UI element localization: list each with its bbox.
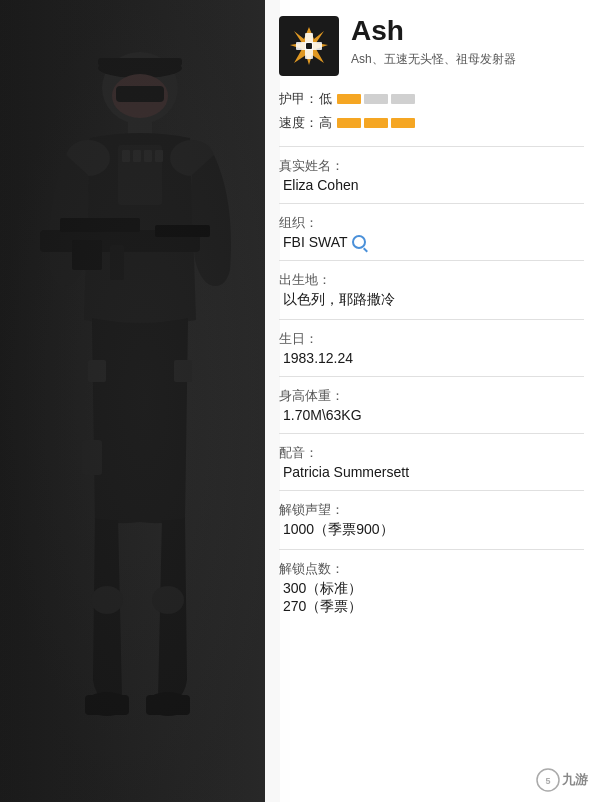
- birthplace-value: 以色列，耶路撒冷: [279, 291, 584, 309]
- watermark: 5 九游: [536, 768, 588, 792]
- watermark-logo-icon: 5: [536, 768, 560, 792]
- speed-value: 高: [319, 114, 337, 132]
- physique-value: 1.70M\63KG: [279, 407, 584, 423]
- divider-8: [279, 549, 584, 550]
- real-name-value: Eliza Cohen: [279, 177, 584, 193]
- operator-name: Ash: [351, 16, 516, 47]
- birthplace-block: 出生地： 以色列，耶路撒冷: [279, 271, 584, 309]
- org-search-icon[interactable]: [352, 235, 366, 249]
- speed-bar-3: [391, 118, 415, 128]
- speed-label: 速度：: [279, 114, 319, 132]
- voice-value: Patricia Summersett: [279, 464, 584, 480]
- info-panel: Ash Ash、五速无头怪、祖母发射器 护甲： 低 速度： 高: [265, 0, 598, 802]
- real-name-block: 真实姓名： Eliza Cohen: [279, 157, 584, 193]
- divider-1: [279, 146, 584, 147]
- divider-7: [279, 490, 584, 491]
- character-image: [0, 0, 290, 802]
- physique-label: 身高体重：: [279, 387, 584, 405]
- voice-label: 配音：: [279, 444, 584, 462]
- unlock-rep-label: 解锁声望：: [279, 501, 584, 519]
- divider-6: [279, 433, 584, 434]
- physique-block: 身高体重： 1.70M\63KG: [279, 387, 584, 423]
- armor-value: 低: [319, 90, 337, 108]
- unlock-rep-block: 解锁声望： 1000（季票900）: [279, 501, 584, 539]
- birthday-value: 1983.12.24: [279, 350, 584, 366]
- operator-name-block: Ash Ash、五速无头怪、祖母发射器: [351, 16, 516, 68]
- unlock-pts-label: 解锁点数：: [279, 560, 584, 578]
- unlock-pts-block: 解锁点数： 300（标准） 270（季票）: [279, 560, 584, 616]
- divider-2: [279, 203, 584, 204]
- armor-bar: [337, 94, 415, 104]
- unlock-pts-value-2: 270（季票）: [279, 598, 584, 616]
- stats-section: 护甲： 低 速度： 高: [279, 90, 584, 132]
- operator-header: Ash Ash、五速无头怪、祖母发射器: [279, 16, 584, 76]
- divider-3: [279, 260, 584, 261]
- voice-block: 配音： Patricia Summersett: [279, 444, 584, 480]
- speed-bar-2: [364, 118, 388, 128]
- armor-bar-1: [337, 94, 361, 104]
- unlock-pts-value-1: 300（标准）: [279, 580, 584, 598]
- divider-5: [279, 376, 584, 377]
- birthplace-label: 出生地：: [279, 271, 584, 289]
- speed-bar-1: [337, 118, 361, 128]
- birthday-block: 生日： 1983.12.24: [279, 330, 584, 366]
- org-value: FBI SWAT: [279, 234, 584, 250]
- org-label: 组织：: [279, 214, 584, 232]
- operator-icon: [279, 16, 339, 76]
- org-block: 组织： FBI SWAT: [279, 214, 584, 250]
- speed-stat-row: 速度： 高: [279, 114, 584, 132]
- svg-rect-27: [0, 0, 290, 802]
- speed-bar: [337, 118, 415, 128]
- svg-text:5: 5: [545, 776, 550, 786]
- real-name-label: 真实姓名：: [279, 157, 584, 175]
- armor-bar-3: [391, 94, 415, 104]
- armor-stat-row: 护甲： 低: [279, 90, 584, 108]
- divider-4: [279, 319, 584, 320]
- watermark-brand-text: 九游: [562, 771, 588, 789]
- armor-bar-2: [364, 94, 388, 104]
- unlock-rep-value: 1000（季票900）: [279, 521, 584, 539]
- operator-aliases: Ash、五速无头怪、祖母发射器: [351, 51, 516, 68]
- armor-label: 护甲：: [279, 90, 319, 108]
- birthday-label: 生日：: [279, 330, 584, 348]
- svg-rect-32: [306, 43, 312, 49]
